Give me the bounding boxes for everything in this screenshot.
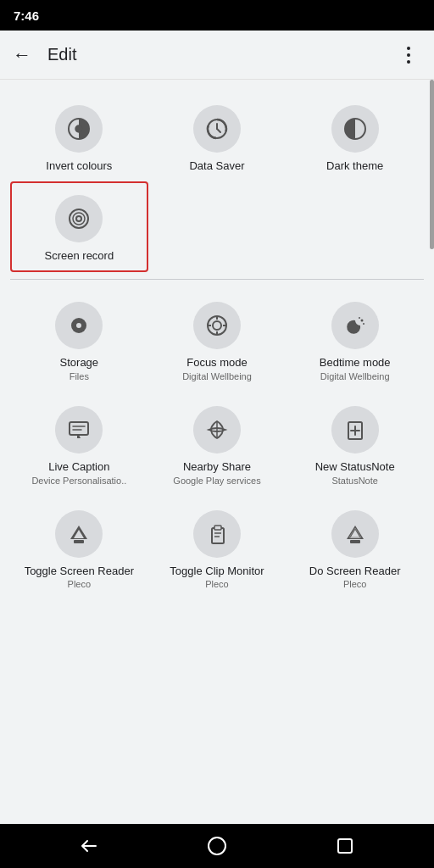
live-caption-sublabel: Device Personalisatio..: [31, 476, 126, 487]
svg-rect-37: [350, 540, 360, 543]
more-options-icon: [407, 47, 410, 64]
tile-dark-theme[interactable]: Dark theme: [286, 93, 424, 181]
new-statusnote-icon: [331, 406, 379, 453]
app-bar: ← Edit: [0, 31, 434, 80]
data-saver-label: Data Saver: [189, 159, 244, 173]
nav-home-button[interactable]: [198, 827, 236, 865]
page-title: Edit: [41, 45, 390, 64]
top-tile-grid: Invert colours Data Saver: [10, 93, 424, 181]
focus-mode-icon: [193, 302, 241, 349]
storage-sublabel: Files: [70, 371, 89, 382]
tile-screen-record[interactable]: Screen record: [10, 181, 148, 273]
tile-new-statusnote[interactable]: New StatusNote StatusNote: [286, 394, 424, 495]
screen-record-icon: [55, 195, 103, 242]
tile-toggle-clip-monitor[interactable]: Toggle Clip Monitor Pleco: [148, 498, 287, 599]
svg-point-20: [363, 323, 364, 325]
do-screen-reader-icon: [331, 510, 379, 558]
dark-theme-label: Dark theme: [326, 159, 383, 173]
invert-colours-label: Invert colours: [46, 159, 112, 173]
bedtime-mode-label: Bedtime mode: [320, 356, 391, 370]
nav-recents-button[interactable]: [326, 827, 364, 865]
nearby-share-sublabel: Google Play services: [173, 476, 260, 487]
data-saver-icon: [193, 105, 241, 153]
tile-toggle-screen-reader[interactable]: Toggle Screen Reader Pleco: [10, 498, 148, 599]
toggle-clip-monitor-sublabel: Pleco: [205, 579, 229, 590]
do-screen-reader-label: Do Screen Reader: [309, 565, 401, 578]
new-statusnote-label: New StatusNote: [315, 460, 395, 474]
storage-icon: [55, 302, 103, 349]
svg-point-21: [359, 317, 360, 319]
dark-theme-icon: [331, 105, 379, 153]
tile-invert-colours[interactable]: Invert colours: [10, 93, 148, 181]
focus-mode-sublabel: Digital Wellbeing: [182, 371, 252, 382]
toggle-clip-monitor-icon: [193, 510, 241, 558]
invert-colours-icon: [55, 105, 103, 153]
do-screen-reader-sublabel: Pleco: [343, 579, 367, 590]
nav-back-button[interactable]: [70, 827, 108, 865]
toggle-screen-reader-label: Toggle Screen Reader: [25, 565, 134, 578]
time: 7:46: [14, 8, 39, 23]
tile-data-saver[interactable]: Data Saver: [148, 93, 287, 181]
back-button[interactable]: ←: [3, 36, 41, 74]
svg-point-10: [77, 217, 81, 220]
tile-do-screen-reader[interactable]: Do Screen Reader Pleco: [286, 498, 424, 599]
toggle-screen-reader-sublabel: Pleco: [68, 579, 92, 590]
menu-button[interactable]: [390, 36, 427, 74]
toggle-clip-monitor-label: Toggle Clip Monitor: [170, 565, 264, 578]
back-icon: ←: [13, 44, 31, 66]
live-caption-label: Live Caption: [48, 460, 109, 474]
nearby-share-icon: [193, 406, 241, 453]
svg-point-40: [209, 837, 225, 854]
tile-nearby-share[interactable]: Nearby Share Google Play services: [148, 394, 287, 495]
bedtime-mode-icon: [331, 302, 379, 349]
svg-line-5: [217, 129, 220, 132]
live-caption-icon: [55, 406, 103, 453]
svg-rect-30: [74, 540, 84, 543]
nearby-share-label: Nearby Share: [183, 460, 251, 474]
svg-point-14: [213, 321, 221, 330]
svg-rect-41: [338, 839, 352, 853]
content-area: Invert colours Data Saver: [0, 80, 434, 824]
scrollbar[interactable]: [430, 80, 434, 249]
toggle-screen-reader-icon: [55, 510, 103, 558]
storage-label: Storage: [60, 356, 99, 370]
svg-rect-33: [214, 526, 221, 530]
svg-point-19: [360, 320, 363, 322]
focus-mode-label: Focus mode: [186, 356, 248, 370]
section-divider: [10, 279, 424, 280]
screen-record-label: Screen record: [45, 249, 114, 263]
svg-point-2: [75, 125, 82, 132]
svg-point-12: [76, 323, 81, 328]
tile-focus-mode[interactable]: Focus mode Digital Wellbeing: [148, 290, 287, 391]
tile-bedtime-mode[interactable]: Bedtime mode Digital Wellbeing: [286, 290, 424, 391]
nav-bar: [0, 824, 434, 868]
tile-storage[interactable]: Storage Files: [10, 290, 148, 391]
svg-rect-22: [70, 422, 88, 435]
status-bar: 7:46: [0, 0, 434, 31]
new-statusnote-sublabel: StatusNote: [331, 476, 377, 487]
tile-live-caption[interactable]: Live Caption Device Personalisatio..: [10, 394, 148, 495]
bottom-tile-grid: Storage Files Focus mode Digital Wellbei…: [10, 290, 424, 598]
bedtime-mode-sublabel: Digital Wellbeing: [320, 371, 390, 382]
